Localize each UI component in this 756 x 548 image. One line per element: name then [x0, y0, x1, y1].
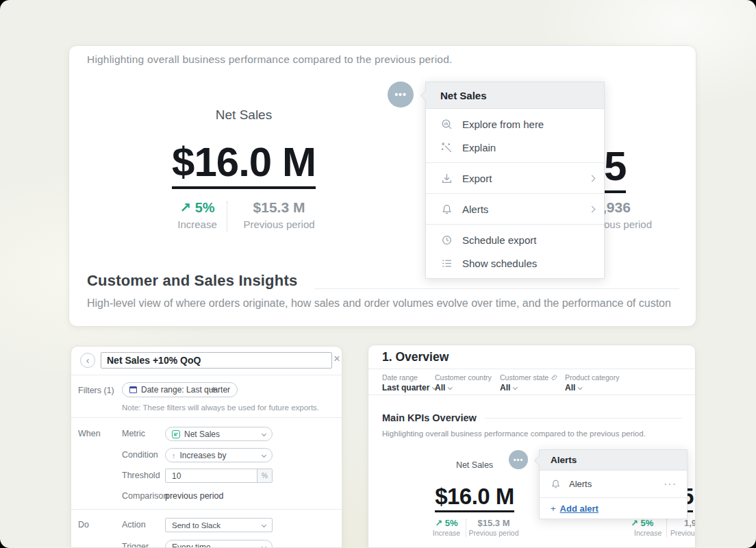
- filter-customer-state[interactable]: Customer state All: [500, 373, 558, 393]
- filters-label: Filters (1): [78, 386, 114, 395]
- kpi-previous-value: $15.3 M: [243, 199, 315, 216]
- kpi-value[interactable]: $16.0 M: [172, 142, 316, 189]
- chevron-down-icon: [262, 545, 266, 548]
- menu-item-explain[interactable]: Explain: [426, 136, 604, 159]
- filter-customer-country[interactable]: Customer country All: [435, 373, 492, 393]
- kpi-divider: [227, 201, 227, 232]
- add-alert-row: + Add alert: [540, 498, 687, 519]
- metric-icon: [172, 430, 180, 438]
- paperclip-icon: [551, 374, 558, 381]
- action-label: Action: [122, 520, 146, 530]
- section-divider: [314, 288, 679, 289]
- header-divider: [71, 375, 342, 375]
- more-options-icon: •••: [394, 90, 407, 99]
- export-download-icon: [440, 172, 453, 184]
- alerts-popup-header: Alerts: [540, 450, 687, 471]
- chevron-down-icon: [262, 432, 266, 436]
- section-title: Customer and Sales Insights: [87, 272, 297, 290]
- kpi2-previous-label-partial: ous period: [604, 219, 652, 230]
- dashboard-title: 1. Overview: [382, 350, 449, 364]
- add-filter-button[interactable]: +: [210, 384, 217, 395]
- explore-icon: [440, 118, 453, 130]
- chevron-down-icon: [513, 385, 517, 389]
- metric-label: Metric: [122, 429, 145, 438]
- more-options-icon: •••: [514, 456, 524, 464]
- more-options-icon[interactable]: ···: [664, 479, 677, 489]
- submenu-chevron-icon: [589, 206, 596, 212]
- kpi-more-options-button[interactable]: •••: [388, 82, 414, 108]
- kpi-more-options-button[interactable]: •••: [509, 450, 528, 469]
- widget-section-title: Main KPIs Overview: [382, 412, 477, 423]
- chevron-down-icon: [262, 453, 266, 458]
- filter-date-range[interactable]: Date range Last quarter: [382, 373, 436, 393]
- kpi-context-menu: Net Sales Explore from here Explain: [425, 82, 605, 279]
- kpi2-delta-label-partial: Increase: [634, 529, 662, 537]
- menu-item-explore-from-here[interactable]: Explore from here: [426, 112, 604, 136]
- menu-item-alerts[interactable]: Alerts: [426, 197, 604, 221]
- filterbar-divider: [368, 395, 696, 395]
- threshold-input[interactable]: 10 %: [165, 469, 273, 483]
- menu-item-export[interactable]: Export: [426, 166, 604, 190]
- section-description: High-level view of where orders originat…: [87, 297, 697, 310]
- chevron-down-icon: [448, 385, 452, 389]
- menu-item-schedule-export[interactable]: Schedule export: [426, 228, 604, 251]
- menu-item-show-schedules[interactable]: Show schedules: [426, 251, 604, 275]
- kpi-section-description: Highlighting overall business performanc…: [87, 53, 452, 66]
- kpi-previous-label: Previous period: [243, 219, 315, 230]
- kpi2-previous-partial: ,936: [603, 199, 631, 216]
- kpi2-previous-label-partial: Previous period: [670, 529, 696, 537]
- kpi-title: Net Sales: [440, 460, 509, 470]
- do-label: Do: [78, 520, 89, 530]
- overview-dashboard-panel: 1. Overview Date range Last quarter Cust…: [368, 345, 696, 548]
- when-label: When: [78, 429, 101, 438]
- chevron-left-icon: ‹: [86, 356, 90, 365]
- section-divider: [71, 417, 342, 418]
- chevron-down-icon: [262, 523, 266, 527]
- action-select[interactable]: Send to Slack: [165, 518, 273, 532]
- close-icon[interactable]: ×: [333, 353, 340, 364]
- kpi-title: Net Sales: [175, 108, 312, 123]
- submenu-chevron-icon: [589, 175, 596, 182]
- chevron-down-icon: [578, 385, 582, 389]
- kpi-previous-value: $15.3 M: [466, 518, 521, 528]
- filter-product-category[interactable]: Product category All: [565, 373, 619, 393]
- condition-select[interactable]: ↑ Increases by: [165, 448, 273, 462]
- back-button[interactable]: ‹: [80, 353, 95, 368]
- comparison-value: previous period: [165, 491, 223, 501]
- kpi-delta-label: Increase: [163, 219, 231, 230]
- date-range-filter-chip[interactable]: Date range: Last quarter: [122, 382, 238, 397]
- alerts-bell-icon: [440, 203, 453, 215]
- title-divider: [368, 369, 696, 369]
- widget-section-divider: [485, 418, 683, 419]
- trigger-select[interactable]: Every time: [165, 540, 273, 548]
- kpi-value-wrap: $16.0 M: [427, 485, 522, 512]
- kpi-value-wrap: $16.0 M: [158, 142, 329, 189]
- threshold-label: Threshold: [122, 471, 160, 480]
- kpi2-delta-partial: ↗ 5%: [631, 518, 653, 528]
- trend-up-icon: ↗: [179, 200, 191, 215]
- percent-unit: %: [257, 469, 272, 482]
- metric-select[interactable]: Net Sales: [165, 427, 273, 441]
- kpi2-value-partial: 5: [604, 146, 626, 193]
- dashboard-screen: Highlighting overall business performanc…: [0, 0, 756, 548]
- calendar-icon: [129, 386, 137, 393]
- alert-name-input[interactable]: [101, 352, 332, 369]
- widget-section-description: Highlighting overall business performanc…: [382, 429, 646, 438]
- comparison-label: Comparison: [122, 491, 168, 501]
- kpi-delta: ↗ 5%: [163, 199, 231, 216]
- plus-icon: +: [551, 503, 556, 514]
- trend-up-icon: ↗: [631, 518, 638, 528]
- show-schedules-list-icon: [440, 257, 453, 269]
- trend-up-icon: ↗: [435, 518, 442, 528]
- add-alert-link[interactable]: Add alert: [560, 503, 598, 514]
- explain-wand-icon: [440, 141, 453, 153]
- alert-editor-panel: ‹ × Filters (1) Date range: Last quarter…: [71, 346, 342, 548]
- condition-label: Condition: [122, 450, 158, 460]
- section-divider: [71, 509, 342, 510]
- alerts-popup-item[interactable]: Alerts ···: [540, 471, 687, 497]
- alerts-popup: Alerts Alerts ··· + Add alert: [539, 449, 688, 519]
- kpi-divider: [666, 519, 667, 537]
- kpi-value[interactable]: $16.0 M: [435, 485, 514, 512]
- alerts-bell-icon: [551, 479, 561, 489]
- kpi-previous-label: Previous period: [466, 529, 521, 537]
